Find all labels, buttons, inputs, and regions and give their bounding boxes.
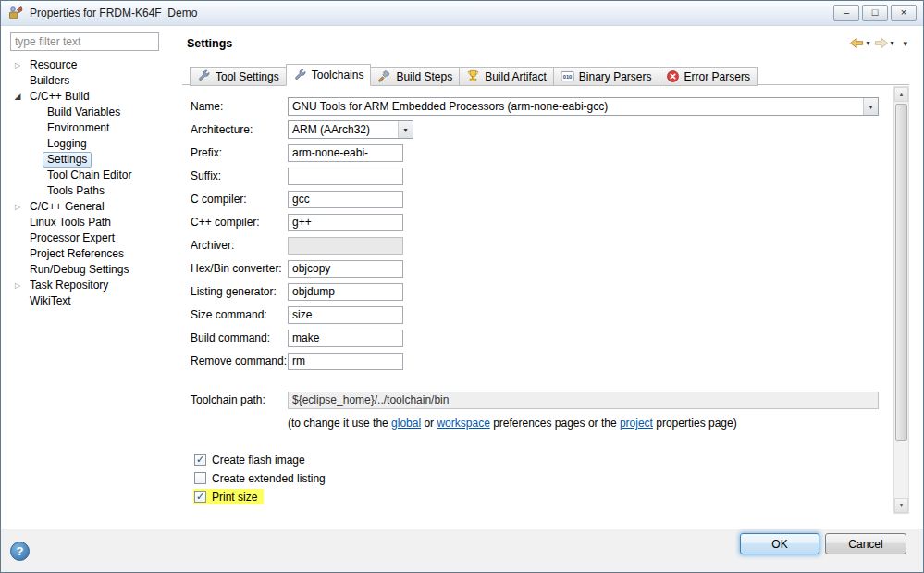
field-label: Prefix: [191,146,288,159]
workspace-link[interactable]: workspace [437,417,489,430]
app-icon [8,6,23,20]
wrench-icon [197,69,211,83]
history-nav: ▾ ▾ ▾ [847,35,907,51]
field-label: Listing generator: [191,285,288,298]
tree-item-label: Task Repository [25,278,113,293]
sidebar-item-run-debug-settings[interactable]: Run/Debug Settings [10,262,178,278]
view-menu-button[interactable]: ▾ [903,39,907,48]
chevron-down-icon: ▾ [863,98,878,115]
ok-button[interactable]: OK [740,533,819,554]
minimize-button[interactable]: – [833,5,859,21]
page-title: Settings [187,37,232,50]
selected-value: ARM (AArch32) [289,123,398,136]
tab-build-artifact[interactable]: Build Artifact [459,67,554,86]
sidebar-item-tools-paths[interactable]: Tools Paths [10,183,178,199]
note-text: or [421,417,437,430]
scroll-up-button[interactable]: ▴ [894,87,908,102]
field-label: Archiver: [191,239,288,252]
note-text: properties page) [653,417,737,430]
checkbox-unchecked-icon[interactable] [194,472,206,484]
expand-icon[interactable]: ▷ [10,199,25,215]
tab-tool-settings[interactable]: Tool Settings [190,67,287,86]
cancel-button[interactable]: Cancel [825,533,906,554]
scroll-down-button[interactable]: ▾ [894,498,908,513]
sidebar-item-builders[interactable]: Builders [10,73,178,89]
help-button[interactable]: ? [10,542,30,561]
sidebar-item-c-c-general[interactable]: ▷C/C++ General [10,199,178,215]
sidebar-item-environment[interactable]: Environment [10,120,178,136]
tab-label: Build Artifact [485,70,547,83]
svg-text:010: 010 [562,74,572,80]
tab-toolchains[interactable]: Toolchains [286,64,372,86]
project-link[interactable]: project [620,417,653,430]
collapse-icon[interactable]: ◢ [10,89,25,105]
field-label: Hex/Bin converter: [191,262,288,275]
tree-item-label: Tool Chain Editor [43,168,136,183]
sidebar-item-processor-expert[interactable]: Processor Expert [10,230,178,246]
toolchain-note: (to change it use the global or workspac… [288,417,893,430]
sidebar-item-linux-tools-path[interactable]: Linux Tools Path [10,215,178,230]
sidebar-item-resource[interactable]: ▷Resource [10,57,178,73]
tab-label: Tool Settings [216,70,279,83]
maximize-button[interactable]: □ [862,5,888,21]
checkbox-create-extended-listing[interactable]: Create extended listing [193,470,332,486]
sidebar-item-wikitext[interactable]: WikiText [10,293,178,309]
field-label: Remove command: [191,355,288,367]
tree-item-label: Builders [25,73,74,89]
sidebar-item-logging[interactable]: Logging [10,136,178,152]
field-label: Suffix: [191,169,288,182]
name-select[interactable]: GNU Tools for ARM Embedded Processors (a… [288,97,879,116]
close-button[interactable]: × [891,5,917,21]
architecture-select[interactable]: ARM (AArch32)▾ [288,120,413,139]
checkbox-print-size[interactable]: ✓Print size [193,489,264,504]
tab-label: Toolchains [312,69,364,81]
titlebar: Properties for FRDM-K64F_Demo – □ × [1,1,923,26]
tab-label: Build Steps [396,70,452,83]
filter-input[interactable] [10,32,159,51]
tab-error-parsers[interactable]: Error Parsers [659,67,758,86]
forward-arrow-icon [873,36,889,50]
global-link[interactable]: global [391,417,421,430]
checkbox-checked-icon[interactable]: ✓ [194,454,206,466]
sidebar-item-build-variables[interactable]: Build Variables [10,105,178,120]
checkbox-label: Create extended listing [212,472,326,485]
sidebar-item-task-repository[interactable]: ▷Task Repository [10,278,178,293]
chevron-down-icon: ▾ [890,39,893,47]
expand-icon[interactable]: ▷ [10,278,25,293]
suffix-input[interactable] [288,168,403,185]
toolchain-path-input[interactable] [288,392,879,409]
tab-build-steps[interactable]: Build Steps [370,67,460,86]
vertical-scrollbar[interactable]: ▴ ▾ [893,86,909,514]
trophy-icon [466,69,480,83]
tab-strip: Tool SettingsToolchainsBuild StepsBuild … [191,65,758,86]
tree-item-label: Logging [43,136,92,152]
properties-dialog: Properties for FRDM-K64F_Demo – □ × ▷Res… [0,0,924,573]
size-command-input[interactable] [288,306,403,324]
sidebar-item-c-c-build[interactable]: ◢C/C++ Build [10,89,178,105]
listing-generator-input[interactable] [288,283,403,301]
prefix-input[interactable] [288,144,403,162]
tab-binary-parsers[interactable]: 010Binary Parsers [553,67,659,86]
remove-command-input[interactable] [288,353,403,370]
sidebar-item-tool-chain-editor[interactable]: Tool Chain Editor [10,168,178,183]
expand-icon[interactable]: ▷ [10,57,25,73]
tree-item-label: Run/Debug Settings [25,262,133,278]
c-compiler-input[interactable] [288,191,403,208]
sidebar: ▷ResourceBuilders◢C/C++ BuildBuild Varia… [10,32,178,526]
sidebar-tree: ▷ResourceBuilders◢C/C++ BuildBuild Varia… [10,57,178,309]
forward-button[interactable]: ▾ [871,35,895,51]
scrollbar-thumb[interactable] [895,104,907,441]
hex-bin-converter-input[interactable] [288,260,403,278]
tree-item-label: Build Variables [43,105,125,120]
c-compiler-input[interactable] [288,214,403,231]
back-button[interactable]: ▾ [847,35,871,51]
hammer-icon [377,69,391,83]
sidebar-item-settings[interactable]: Settings [10,152,178,168]
selected-value: GNU Tools for ARM Embedded Processors (a… [289,100,863,113]
sidebar-item-project-references[interactable]: Project References [10,246,178,262]
binary-icon: 010 [561,69,574,83]
checkbox-create-flash-image[interactable]: ✓Create flash image [193,452,312,467]
build-command-input[interactable] [288,330,403,347]
checkbox-checked-icon[interactable]: ✓ [194,491,206,503]
tree-item-label: C/C++ Build [25,89,94,105]
